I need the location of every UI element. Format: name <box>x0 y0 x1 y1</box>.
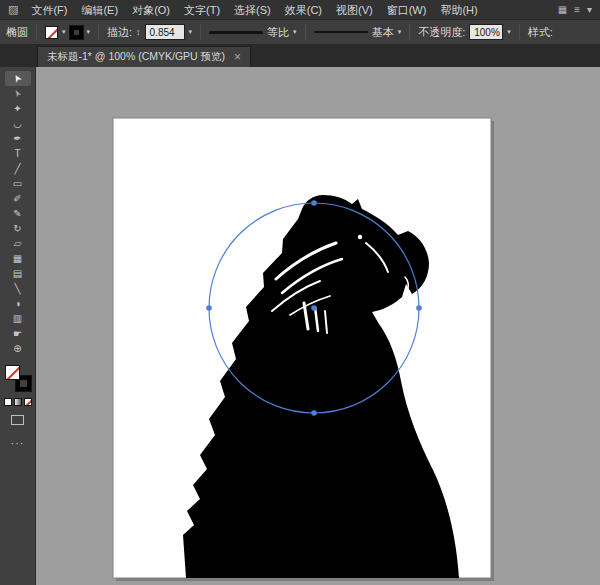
brush-label: 基本 <box>372 25 394 40</box>
blend-tool[interactable]: ◑ <box>5 296 31 311</box>
brush-preview <box>314 31 368 33</box>
lasso-tool[interactable]: ◡ <box>5 116 31 131</box>
close-icon[interactable]: × <box>234 51 241 63</box>
separator <box>36 24 37 40</box>
stroke-stepper-icon[interactable]: ↕ <box>136 27 141 37</box>
chevron-down-icon[interactable]: ▾ <box>293 28 297 36</box>
eyedropper-tool[interactable]: ╲ <box>5 281 31 296</box>
chevron-down-icon[interactable]: ▾ <box>189 28 193 36</box>
magic-wand-tool[interactable]: ✦ <box>5 101 31 116</box>
paintbrush-tool[interactable]: ✐ <box>5 191 31 206</box>
control-bar: 椭圆 ▾ ▾ 描边: ↕ 0.854 ▾ 等比 ▾ 基本 ▾ 不透明度: 100… <box>0 20 600 45</box>
menu-view[interactable]: 视图(V) <box>329 0 380 20</box>
anchor-top[interactable] <box>311 200 317 206</box>
separator <box>98 24 99 40</box>
eagle-eye-highlight <box>358 235 362 239</box>
pen-tool[interactable]: ✒ <box>5 131 31 146</box>
gradient-tool[interactable]: ▤ <box>5 266 31 281</box>
line-segment-tool[interactable]: ╱ <box>5 161 31 176</box>
separator <box>409 24 410 40</box>
workspace: ➤ ➢ ✦ ◡ ✒ T ╱ ▭ ✐ ✎ ↻ ▱ ▦ ▤ ╲ ◑ ▥ ☛ ⊕ ··… <box>0 67 600 585</box>
stroke-weight-input[interactable]: 0.854 <box>145 24 185 40</box>
stroke-color-swatch[interactable] <box>70 26 83 39</box>
canvas-svg <box>36 67 600 585</box>
document-tab-title: 未标题-1* @ 100% (CMYK/GPU 预览) <box>47 50 225 64</box>
drawing-mode-button[interactable] <box>11 415 24 425</box>
active-tool-label: 椭圆 <box>6 25 28 40</box>
menu-bar: ▨ 文件(F) 编辑(E) 对象(O) 文字(T) 选择(S) 效果(C) 视图… <box>0 0 600 20</box>
anchor-left[interactable] <box>206 305 212 311</box>
none-button[interactable] <box>24 398 32 406</box>
none-slash-icon <box>24 398 32 406</box>
menu-file[interactable]: 文件(F) <box>24 0 74 20</box>
fill-indicator-none[interactable] <box>5 365 20 380</box>
stroke-weight-label: 描边: <box>107 25 132 40</box>
none-slash-icon <box>5 365 20 380</box>
separator <box>519 24 520 40</box>
none-slash-icon <box>45 26 58 39</box>
app-icon: ▨ <box>8 3 18 16</box>
rectangle-tool[interactable]: ▭ <box>5 176 31 191</box>
chevron-down-icon[interactable]: ▾ <box>87 28 91 36</box>
more-tools-icon[interactable]: ··· <box>11 437 25 449</box>
tools-panel: ➤ ➢ ✦ ◡ ✒ T ╱ ▭ ✐ ✎ ↻ ▱ ▦ ▤ ╲ ◑ ▥ ☛ ⊕ ··… <box>0 67 36 585</box>
anchor-right[interactable] <box>416 305 422 311</box>
width-profile-label: 等比 <box>267 25 289 40</box>
hand-tool[interactable]: ☛ <box>5 326 31 341</box>
separator <box>200 24 201 40</box>
type-tool[interactable]: T <box>5 146 31 161</box>
pencil-tool[interactable]: ✎ <box>5 206 31 221</box>
chevron-down-icon[interactable]: ▾ <box>507 28 511 36</box>
direct-selection-tool[interactable]: ➢ <box>5 86 31 101</box>
column-graph-tool[interactable]: ▥ <box>5 311 31 326</box>
workspace-grid-icon[interactable]: ▦ <box>558 4 567 15</box>
menu-window[interactable]: 窗口(W) <box>380 0 434 20</box>
center-point[interactable] <box>311 305 317 311</box>
gradient-button[interactable] <box>14 398 22 406</box>
paint-buttons <box>4 398 32 406</box>
anchor-bottom[interactable] <box>311 410 317 416</box>
fill-color-swatch[interactable] <box>45 26 58 39</box>
mesh-tool[interactable]: ▦ <box>5 251 31 266</box>
width-profile-preview <box>209 31 263 34</box>
document-tab[interactable]: 未标题-1* @ 100% (CMYK/GPU 预览) × <box>37 46 251 67</box>
menu-help[interactable]: 帮助(H) <box>433 0 484 20</box>
menu-select[interactable]: 选择(S) <box>227 0 278 20</box>
chevron-down-icon[interactable]: ▾ <box>62 28 66 36</box>
style-label: 样式: <box>528 25 553 40</box>
menu-object[interactable]: 对象(O) <box>125 0 177 20</box>
scale-tool[interactable]: ▱ <box>5 236 31 251</box>
fill-stroke-indicator[interactable] <box>5 365 31 391</box>
opacity-input[interactable]: 100% <box>469 24 503 40</box>
rotate-tool[interactable]: ↻ <box>5 221 31 236</box>
opacity-label: 不透明度: <box>418 25 465 40</box>
workspace-list-icon[interactable]: ≡ <box>574 4 580 15</box>
menu-effect[interactable]: 效果(C) <box>278 0 329 20</box>
color-button[interactable] <box>4 398 12 406</box>
zoom-tool[interactable]: ⊕ <box>5 341 31 356</box>
selection-tool[interactable]: ➤ <box>5 71 31 86</box>
menubar-right-icons: ▦ ≡ ▾ <box>558 4 592 15</box>
menu-type[interactable]: 文字(T) <box>177 0 227 20</box>
workspace-chevron-icon[interactable]: ▾ <box>587 4 592 15</box>
canvas[interactable] <box>36 67 600 585</box>
menu-edit[interactable]: 编辑(E) <box>74 0 125 20</box>
separator <box>305 24 306 40</box>
chevron-down-icon[interactable]: ▾ <box>398 28 402 36</box>
document-tab-bar: 未标题-1* @ 100% (CMYK/GPU 预览) × <box>0 45 600 67</box>
